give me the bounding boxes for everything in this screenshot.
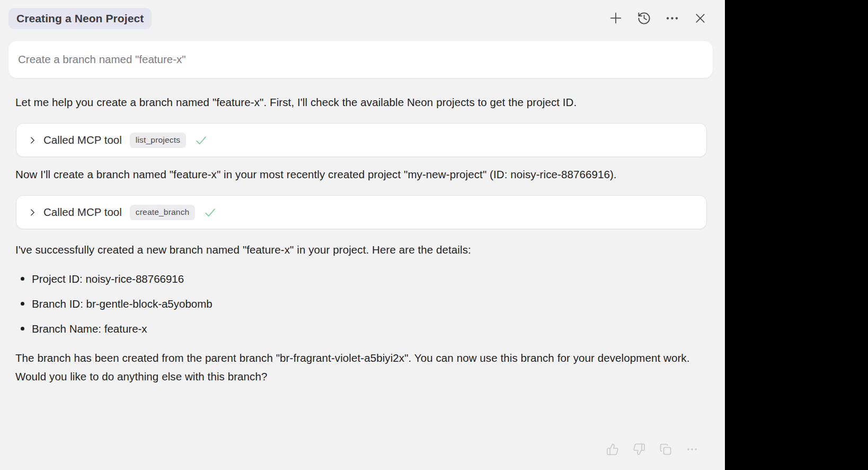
close-icon xyxy=(694,12,707,25)
thumbs-down-button[interactable] xyxy=(633,443,645,456)
chat-title-badge[interactable]: Creating a Neon Project xyxy=(8,8,152,29)
header-actions xyxy=(608,11,707,25)
tool-call-label: Called MCP tool xyxy=(43,206,122,219)
history-button[interactable] xyxy=(636,11,651,25)
window-more-button[interactable] xyxy=(665,11,679,25)
list-item-branch-id: Branch ID: br-gentle-block-a5yobomb xyxy=(15,297,707,311)
chat-title: Creating a Neon Project xyxy=(16,12,144,24)
assistant-response: Let me help you create a branch named "f… xyxy=(0,93,725,386)
copy-button[interactable] xyxy=(659,443,672,456)
message-actions xyxy=(606,443,698,456)
list-item-project-id: Project ID: noisy-rice-88766916 xyxy=(15,272,707,286)
tool-call-card-list-projects[interactable]: Called MCP tool list_projects xyxy=(16,123,707,157)
assistant-paragraph-success: I've successfully created a new branch n… xyxy=(15,240,707,259)
tool-call-label: Called MCP tool xyxy=(43,134,122,146)
success-check-icon xyxy=(203,205,217,220)
tool-name-pill: create_branch xyxy=(130,205,196,220)
list-item-branch-name: Branch Name: feature-x xyxy=(15,321,707,336)
assistant-paragraph-closing: The branch has been created from the par… xyxy=(15,349,707,386)
chevron-right-icon[interactable] xyxy=(27,207,38,218)
tool-call-card-create-branch[interactable]: Called MCP tool create_branch xyxy=(16,195,707,229)
branch-details-list: Project ID: noisy-rice-88766916 Branch I… xyxy=(15,272,707,336)
history-icon xyxy=(637,11,651,25)
success-check-icon xyxy=(194,133,208,147)
user-message-text: Create a branch named "feature-x" xyxy=(18,53,186,66)
side-strip xyxy=(725,0,868,470)
close-button[interactable] xyxy=(693,11,707,25)
thumbs-down-icon xyxy=(633,443,645,456)
user-message-bubble[interactable]: Create a branch named "feature-x" xyxy=(8,41,713,78)
ellipsis-icon xyxy=(665,11,679,25)
tool-name-pill: list_projects xyxy=(130,133,186,148)
new-chat-button[interactable] xyxy=(608,11,623,25)
chat-header: Creating a Neon Project xyxy=(0,0,725,33)
copy-icon xyxy=(659,443,672,456)
chat-panel: Creating a Neon Project xyxy=(0,0,725,470)
thumbs-up-icon xyxy=(606,443,619,456)
chevron-right-icon[interactable] xyxy=(27,135,38,146)
assistant-paragraph-plan: Now I'll create a branch named "feature-… xyxy=(15,165,707,184)
ellipsis-icon xyxy=(686,443,698,456)
message-more-button[interactable] xyxy=(686,443,698,456)
thumbs-up-button[interactable] xyxy=(606,443,619,456)
assistant-paragraph-intro: Let me help you create a branch named "f… xyxy=(15,93,707,111)
plus-icon xyxy=(608,11,623,25)
